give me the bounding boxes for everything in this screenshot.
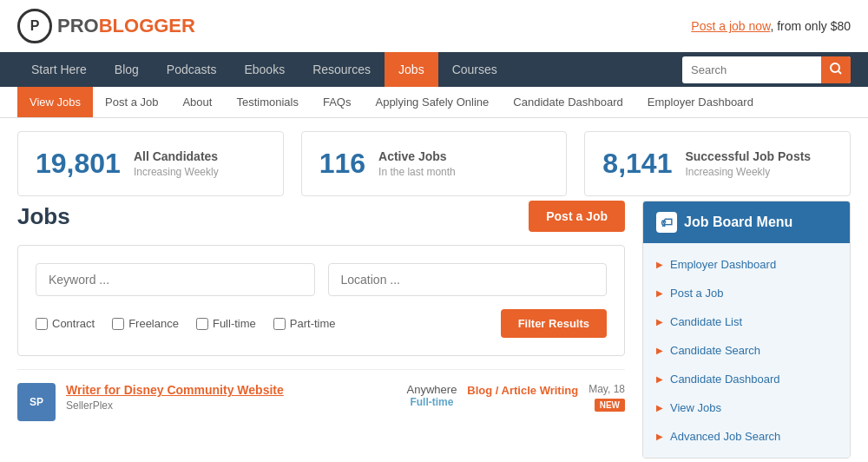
sidebar-item-view-jobs[interactable]: ▶ View Jobs — [643, 393, 850, 422]
sidebar-item-candidate-list[interactable]: ▶ Candidate List — [643, 307, 850, 336]
contract-checkbox[interactable] — [36, 318, 48, 330]
sidebar-item-label: View Jobs — [670, 401, 721, 414]
promo-text: , from only $80 — [770, 19, 851, 33]
sidebar-item-employer-dashboard[interactable]: ▶ Employer Dashboard — [643, 250, 850, 279]
job-category-link[interactable]: Blog / Article Writing — [467, 384, 578, 397]
arrow-icon: ▶ — [656, 403, 663, 412]
job-location-type: Full-time — [407, 396, 457, 408]
arrow-icon: ▶ — [656, 317, 663, 327]
stats-section: 19,801 All Candidates Increasing Weekly … — [0, 118, 868, 201]
top-search-box — [682, 56, 851, 83]
arrow-icon: ▶ — [656, 260, 663, 269]
arrow-icon: ▶ — [656, 432, 663, 441]
sidebar: 🏷 Job Board Menu ▶ Employer Dashboard ▶ … — [642, 201, 851, 459]
nav-blog[interactable]: Blog — [101, 52, 153, 87]
stat-active-jobs-sub: In the last month — [378, 166, 456, 178]
top-navigation: Start Here Blog Podcasts Ebooks Resource… — [0, 52, 868, 87]
job-location: Anywhere Full-time — [407, 383, 457, 408]
stat-job-posts-sub: Increasing Weekly — [685, 166, 811, 178]
parttime-label: Part-time — [290, 317, 336, 330]
site-header: PROBLOGGER Post a job now, from only $80 — [0, 0, 868, 52]
top-search-button[interactable] — [821, 56, 851, 83]
stat-active-jobs-number: 116 — [319, 148, 365, 180]
jobs-header: Jobs Post a Job — [17, 201, 625, 232]
sidebar-menu: 🏷 Job Board Menu ▶ Employer Dashboard ▶ … — [642, 201, 851, 459]
tag-icon: 🏷 — [656, 212, 677, 233]
top-search-input[interactable] — [682, 58, 821, 82]
job-company-name: SellerPlex — [66, 399, 397, 412]
sidebar-item-candidate-dashboard[interactable]: ▶ Candidate Dashboard — [643, 365, 850, 393]
checkbox-parttime: Part-time — [273, 317, 336, 330]
sidebar-item-candidate-search[interactable]: ▶ Candidate Search — [643, 336, 850, 365]
sidebar-item-label: Advanced Job Search — [670, 430, 780, 443]
sidebar-menu-title: Job Board Menu — [684, 214, 792, 230]
jobs-section: Jobs Post a Job Contract Freelance — [17, 201, 625, 459]
stat-active-jobs-label: Active Jobs — [378, 149, 456, 163]
parttime-checkbox[interactable] — [273, 318, 286, 330]
fulltime-checkbox[interactable] — [196, 318, 208, 330]
search-filters: Contract Freelance Full-time Part-time F… — [17, 245, 625, 356]
nav-courses[interactable]: Courses — [438, 52, 511, 87]
arrow-icon: ▶ — [656, 288, 663, 298]
nav-ebooks[interactable]: Ebooks — [230, 52, 299, 87]
logo-pro: PRO — [57, 15, 99, 36]
stat-candidates: 19,801 All Candidates Increasing Weekly — [17, 131, 284, 196]
logo-icon — [17, 9, 52, 43]
job-title-link[interactable]: Writer for Disney Community Website — [66, 383, 397, 397]
stat-candidates-number: 19,801 — [36, 148, 121, 180]
subnav-view-jobs[interactable]: View Jobs — [17, 87, 93, 117]
subnav-candidate-dashboard[interactable]: Candidate Dashboard — [501, 87, 635, 117]
location-input[interactable] — [328, 263, 608, 296]
freelance-checkbox[interactable] — [112, 318, 124, 330]
checkbox-contract: Contract — [36, 317, 95, 330]
nav-jobs[interactable]: Jobs — [385, 52, 438, 87]
subnav-post-job[interactable]: Post a Job — [93, 87, 170, 117]
sidebar-item-label: Candidate Dashboard — [670, 373, 779, 386]
sidebar-item-label: Employer Dashboard — [670, 258, 776, 271]
sidebar-item-label: Candidate Search — [670, 344, 760, 357]
subnav-employer-dashboard[interactable]: Employer Dashboard — [635, 87, 766, 117]
sidebar-item-label: Candidate List — [670, 315, 742, 328]
subnav-faqs[interactable]: FAQs — [311, 87, 364, 117]
logo[interactable]: PROBLOGGER — [17, 9, 195, 43]
filter-checkboxes: Contract Freelance Full-time Part-time F… — [36, 309, 607, 338]
sidebar-item-advanced-job-search[interactable]: ▶ Advanced Job Search — [643, 422, 850, 451]
svg-point-0 — [831, 63, 839, 72]
job-date: May, 18 — [589, 383, 625, 395]
stat-job-posts: 8,141 Successful Job Posts Increasing We… — [584, 131, 851, 196]
post-job-promo-link[interactable]: Post a job now — [691, 19, 770, 33]
stat-job-posts-label: Successful Job Posts — [685, 149, 811, 163]
top-nav-links: Start Here Blog Podcasts Ebooks Resource… — [17, 52, 511, 87]
stat-active-jobs: 116 Active Jobs In the last month — [301, 131, 568, 196]
checkbox-freelance: Freelance — [112, 317, 179, 330]
job-company-logo: SP — [17, 383, 56, 421]
contract-label: Contract — [52, 317, 95, 330]
job-meta: May, 18 NEW — [589, 383, 625, 412]
arrow-icon: ▶ — [656, 346, 663, 355]
job-location-name: Anywhere — [407, 383, 457, 396]
post-job-button[interactable]: Post a Job — [529, 201, 625, 232]
sidebar-menu-header: 🏷 Job Board Menu — [643, 201, 850, 243]
nav-start-here[interactable]: Start Here — [17, 52, 101, 87]
checkbox-fulltime: Full-time — [196, 317, 256, 330]
subnav-applying-safely[interactable]: Applying Safely Online — [363, 87, 501, 117]
sidebar-item-post-job[interactable]: ▶ Post a Job — [643, 279, 850, 307]
header-promo: Post a job now, from only $80 — [691, 19, 851, 33]
subnav-about[interactable]: About — [170, 87, 224, 117]
sidebar-menu-items: ▶ Employer Dashboard ▶ Post a Job ▶ Cand… — [643, 243, 850, 458]
sidebar-item-label: Post a Job — [670, 287, 723, 300]
search-icon — [830, 63, 842, 75]
fulltime-label: Full-time — [213, 317, 256, 330]
jobs-title: Jobs — [17, 203, 70, 230]
filter-inputs — [36, 263, 607, 296]
nav-podcasts[interactable]: Podcasts — [153, 52, 231, 87]
stat-candidates-sub: Increasing Weekly — [134, 166, 219, 178]
job-info: Writer for Disney Community Website Sell… — [66, 383, 397, 412]
nav-resources[interactable]: Resources — [299, 52, 385, 87]
keyword-input[interactable] — [36, 263, 315, 296]
job-category: Blog / Article Writing — [467, 383, 578, 397]
subnav-testimonials[interactable]: Testimonials — [224, 87, 311, 117]
freelance-label: Freelance — [128, 317, 179, 330]
filter-results-button[interactable]: Filter Results — [501, 309, 607, 338]
stats-row: 19,801 All Candidates Increasing Weekly … — [17, 131, 851, 196]
